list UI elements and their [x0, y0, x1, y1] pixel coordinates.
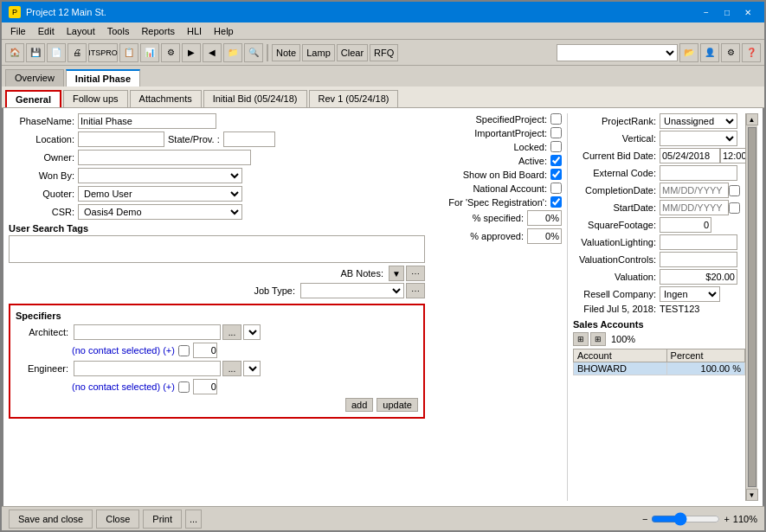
toolbar-dropdown[interactable] — [557, 44, 678, 61]
toolbar-lamp[interactable]: Lamp — [302, 44, 335, 61]
architect-select[interactable] — [243, 324, 261, 340]
scroll-thumb[interactable] — [748, 127, 756, 487]
toolbar-dropdown-btn1[interactable]: 📂 — [679, 43, 698, 62]
start-date-input[interactable] — [660, 200, 729, 215]
bid-time-input[interactable] — [720, 148, 745, 163]
save-close-button[interactable]: Save and close — [9, 510, 93, 529]
toolbar-user[interactable]: 👤 — [700, 43, 719, 62]
toolbar-clear[interactable]: Clear — [337, 44, 368, 61]
wonby-select[interactable] — [78, 168, 242, 183]
toolbar-save[interactable]: 💾 — [26, 43, 45, 62]
scroll-up-arrow[interactable]: ▲ — [746, 113, 758, 125]
resell-company-select[interactable]: Ingen — [660, 286, 720, 302]
spec-add-btn[interactable]: add — [345, 398, 373, 412]
menu-help[interactable]: Help — [209, 25, 239, 37]
toolbar-home[interactable]: 🏠 — [5, 43, 24, 62]
subtab-rev1[interactable]: Rev 1 (05/24/18) — [309, 90, 399, 107]
more-button[interactable]: ... — [185, 510, 202, 529]
minimize-button[interactable]: − — [697, 5, 716, 19]
toolbar-itspro[interactable]: ITSPRO — [88, 43, 118, 62]
architect-contact-checkbox[interactable] — [178, 345, 190, 356]
completion-date-input[interactable] — [660, 183, 729, 198]
menu-edit[interactable]: Edit — [33, 25, 60, 37]
zoom-slider[interactable] — [651, 512, 720, 526]
tab-overview[interactable]: Overview — [5, 69, 64, 87]
engineer-num-input[interactable] — [193, 379, 217, 394]
close-button-bottom[interactable]: Close — [96, 510, 139, 529]
completion-date-checkbox[interactable] — [729, 185, 740, 196]
spec-update-btn[interactable]: update — [377, 398, 418, 412]
engineer-select[interactable] — [243, 361, 261, 376]
architect-browse-btn[interactable]: ... — [222, 324, 241, 340]
toolbar-btn12[interactable]: 🔍 — [244, 43, 263, 62]
menu-file[interactable]: File — [5, 25, 31, 37]
menu-reports[interactable]: Reports — [136, 25, 180, 37]
sa-grid-btn1[interactable]: ⊞ — [573, 332, 589, 346]
subtab-followups[interactable]: Follow ups — [63, 90, 128, 107]
engineer-browse-btn[interactable]: ... — [222, 361, 241, 376]
valuation-input[interactable] — [660, 269, 737, 285]
sa-grid-btn2[interactable]: ⊞ — [590, 332, 606, 346]
user-search-tags-box[interactable] — [9, 235, 425, 263]
menu-tools[interactable]: Tools — [102, 25, 135, 37]
toolbar-btn6[interactable]: 📋 — [119, 43, 138, 62]
pct-approved-input[interactable] — [527, 228, 562, 244]
toolbar-help[interactable]: ❓ — [742, 43, 761, 62]
specified-project-checkbox[interactable] — [550, 113, 562, 125]
menu-hli[interactable]: HLI — [182, 25, 207, 37]
job-type-action-btn[interactable]: ⋯ — [406, 283, 425, 298]
toolbar-btn10[interactable]: ◀ — [203, 43, 222, 62]
start-date-checkbox[interactable] — [729, 202, 740, 214]
toolbar-note[interactable]: Note — [272, 44, 300, 61]
job-type-select[interactable] — [300, 283, 404, 298]
architect-contact-link[interactable]: (no contact selected) (+) — [72, 345, 175, 356]
architect-num-input[interactable] — [193, 343, 217, 358]
table-row[interactable]: BHOWARD 100.00 % — [574, 362, 745, 375]
important-project-checkbox[interactable] — [550, 127, 562, 138]
vertical-select[interactable] — [660, 131, 737, 146]
subtab-initial-bid[interactable]: Initial Bid (05/24/18) — [203, 90, 307, 107]
valuation-label: Valuation: — [573, 272, 660, 282]
show-bid-board-checkbox[interactable] — [550, 169, 562, 180]
close-button[interactable]: ✕ — [738, 5, 757, 19]
ab-notes-dropdown-btn[interactable]: ▼ — [389, 266, 404, 281]
toolbar-btn9[interactable]: ▶ — [182, 43, 201, 62]
csr-select[interactable]: Oasis4 Demo — [78, 204, 242, 220]
toolbar-settings[interactable]: ⚙ — [721, 43, 740, 62]
tab-initial-phase[interactable]: Initial Phase — [66, 69, 140, 87]
location-input[interactable] — [78, 131, 164, 147]
pct-specified-input[interactable] — [527, 210, 562, 226]
right-scrollbar[interactable]: ▲ ▼ — [745, 113, 757, 501]
subtab-general[interactable]: General — [5, 90, 61, 107]
owner-input[interactable] — [78, 150, 251, 165]
toolbar-btn11[interactable]: 📁 — [223, 43, 242, 62]
valuation-controls-input[interactable] — [660, 252, 737, 267]
engineer-contact-link[interactable]: (no contact selected) (+) — [72, 381, 175, 392]
quoter-select[interactable]: Demo User — [78, 186, 242, 202]
engineer-contact-checkbox[interactable] — [178, 381, 190, 393]
national-account-checkbox[interactable] — [550, 183, 562, 194]
phasename-input[interactable] — [78, 113, 216, 129]
menu-layout[interactable]: Layout — [61, 25, 100, 37]
project-rank-select[interactable]: Unassigned — [660, 113, 737, 129]
locked-checkbox[interactable] — [550, 141, 562, 152]
ab-notes-action-btn[interactable]: ⋯ — [406, 266, 425, 281]
print-button[interactable]: Print — [143, 510, 182, 529]
maximize-button[interactable]: □ — [718, 5, 737, 19]
engineer-input[interactable] — [74, 361, 221, 376]
toolbar-new[interactable]: 📄 — [47, 43, 66, 62]
toolbar-rfq[interactable]: RFQ — [370, 44, 398, 61]
external-code-input[interactable] — [660, 165, 737, 181]
bid-date-input[interactable] — [660, 148, 720, 163]
toolbar-btn7[interactable]: 📊 — [140, 43, 159, 62]
stateprov-input[interactable] — [223, 131, 275, 147]
toolbar-print[interactable]: 🖨 — [68, 43, 87, 62]
architect-input[interactable] — [74, 324, 221, 340]
scroll-down-arrow[interactable]: ▼ — [746, 489, 758, 501]
subtab-attachments[interactable]: Attachments — [130, 90, 202, 107]
active-checkbox[interactable] — [550, 155, 562, 166]
spec-reg-checkbox[interactable] — [550, 196, 562, 208]
square-footage-input[interactable] — [660, 217, 711, 233]
toolbar-btn8[interactable]: ⚙ — [161, 43, 180, 62]
valuation-lighting-input[interactable] — [660, 234, 737, 250]
